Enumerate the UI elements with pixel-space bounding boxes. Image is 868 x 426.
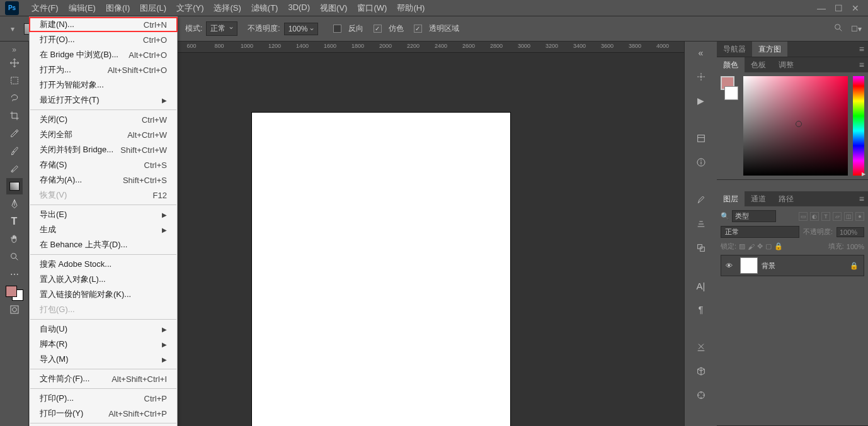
- lasso-tool[interactable]: [6, 90, 23, 106]
- character-icon[interactable]: A|: [694, 278, 709, 293]
- close-button[interactable]: ✕: [852, 3, 859, 13]
- menu-4[interactable]: 文字(Y): [171, 0, 208, 16]
- file-menu-item[interactable]: 新建(N)...Ctrl+N: [30, 17, 177, 32]
- measure-icon[interactable]: [694, 388, 709, 403]
- panel-background-color[interactable]: [724, 86, 738, 100]
- file-menu-item[interactable]: 置入嵌入对象(L)...: [30, 272, 177, 287]
- reverse-checkbox[interactable]: [333, 25, 341, 33]
- file-menu-item[interactable]: 导出(E)▶: [30, 207, 177, 222]
- file-menu-item[interactable]: 导入(M)▶: [30, 352, 177, 367]
- panel-menu-icon[interactable]: ≡: [859, 60, 864, 70]
- fill-value[interactable]: 100%: [847, 243, 864, 250]
- file-menu-item[interactable]: 关闭并转到 Bridge...Shift+Ctrl+W: [30, 142, 177, 157]
- menu-8[interactable]: 视图(V): [315, 0, 352, 16]
- lock-position-icon[interactable]: ✥: [757, 242, 763, 250]
- tab-adjustments[interactable]: 调整: [772, 57, 800, 72]
- tab-paths[interactable]: 路径: [772, 191, 800, 206]
- tab-navigator[interactable]: 导航器: [717, 42, 752, 57]
- layer-thumbnail[interactable]: [740, 257, 758, 274]
- menu-0[interactable]: 文件(F): [26, 0, 64, 16]
- zoom-tool[interactable]: [6, 249, 23, 265]
- file-menu-item[interactable]: 最近打开文件(T)▶: [30, 92, 177, 108]
- file-menu-item[interactable]: 存储为(A)...Shift+Ctrl+S: [30, 172, 177, 188]
- tab-histogram[interactable]: 直方图: [752, 42, 787, 57]
- file-menu-item[interactable]: 关闭(C)Ctrl+W: [30, 112, 177, 127]
- paragraph-icon[interactable]: ¶: [694, 302, 709, 317]
- file-menu-item[interactable]: 打开(O)...Ctrl+O: [30, 32, 177, 47]
- history-icon[interactable]: [694, 69, 709, 84]
- file-menu-item[interactable]: 自动(U)▶: [30, 322, 177, 337]
- marquee-tool[interactable]: [6, 72, 23, 89]
- filter-adjust-icon[interactable]: ◐: [810, 212, 819, 221]
- document-canvas[interactable]: [252, 113, 510, 426]
- lock-all-icon[interactable]: 🔒: [774, 242, 783, 250]
- dither-checkbox[interactable]: ✓: [374, 25, 382, 33]
- healing-brush-tool[interactable]: [6, 160, 23, 177]
- menu-6[interactable]: 滤镜(T): [246, 0, 283, 16]
- tab-swatches[interactable]: 色板: [745, 57, 772, 72]
- type-tool[interactable]: T: [6, 213, 23, 230]
- layer-row[interactable]: 👁 背景 🔒: [721, 255, 864, 276]
- info-icon[interactable]: [694, 155, 709, 170]
- collapse-dock-icon[interactable]: «: [694, 45, 709, 60]
- hand-tool[interactable]: [6, 231, 23, 247]
- clone-source-icon[interactable]: [694, 240, 709, 255]
- mode-select[interactable]: 正常: [206, 21, 237, 36]
- file-menu-item[interactable]: 打开为...Alt+Shift+Ctrl+O: [30, 62, 177, 77]
- menu-5[interactable]: 选择(S): [208, 0, 246, 16]
- crop-tool[interactable]: [6, 108, 23, 124]
- menu-10[interactable]: 帮助(H): [392, 0, 430, 16]
- eyedropper-tool[interactable]: [6, 125, 23, 142]
- 3d-icon[interactable]: [694, 364, 709, 379]
- panel-menu-icon[interactable]: ≡: [859, 44, 864, 54]
- tab-color[interactable]: 颜色: [717, 57, 745, 72]
- file-menu-item[interactable]: 关闭全部Alt+Ctrl+W: [30, 127, 177, 142]
- filter-pixel-icon[interactable]: ▭: [799, 212, 808, 221]
- file-menu-item[interactable]: 存储(S)Ctrl+S: [30, 157, 177, 172]
- workspace-icon[interactable]: ☐▾: [851, 25, 862, 33]
- file-menu-item[interactable]: 搜索 Adobe Stock...: [30, 257, 177, 272]
- color-swatch-pair[interactable]: [721, 76, 738, 176]
- gradient-tool[interactable]: [6, 178, 23, 194]
- layer-name[interactable]: 背景: [762, 261, 850, 271]
- lock-artboard-icon[interactable]: ▢: [765, 242, 772, 250]
- layer-filter-select[interactable]: 类型: [732, 210, 776, 222]
- filter-toggle[interactable]: ●: [855, 212, 864, 221]
- color-field[interactable]: [743, 76, 848, 176]
- file-menu-item[interactable]: 在 Bridge 中浏览(B)...Alt+Ctrl+O: [30, 47, 177, 62]
- properties-icon[interactable]: [694, 131, 709, 146]
- menu-3[interactable]: 图层(L): [135, 0, 171, 16]
- color-swatch[interactable]: [6, 286, 23, 301]
- file-menu-item[interactable]: 置入链接的智能对象(K)...: [30, 287, 177, 302]
- menu-7[interactable]: 3D(D): [283, 0, 315, 16]
- pen-tool[interactable]: [6, 196, 23, 212]
- filter-shape-icon[interactable]: ▱: [833, 212, 842, 221]
- file-menu-item[interactable]: 脚本(R)▶: [30, 337, 177, 352]
- hue-slider[interactable]: [853, 76, 864, 176]
- transparent-checkbox[interactable]: ✓: [414, 25, 422, 33]
- visibility-icon[interactable]: 👁: [721, 262, 736, 269]
- brush-tool[interactable]: [6, 143, 23, 159]
- menu-9[interactable]: 窗口(W): [352, 0, 392, 16]
- edit-toolbar[interactable]: ⋯: [6, 266, 23, 283]
- file-menu-item[interactable]: 打印(P)...Ctrl+P: [30, 391, 177, 406]
- maximize-button[interactable]: ☐: [835, 3, 843, 13]
- opacity-select[interactable]: 100%: [284, 23, 318, 35]
- lock-brush-icon[interactable]: 🖌: [748, 243, 755, 250]
- layer-opacity-value[interactable]: 100%: [837, 227, 864, 237]
- minimize-button[interactable]: —: [817, 3, 826, 13]
- panel-menu-icon[interactable]: ≡: [859, 194, 864, 204]
- move-tool[interactable]: [6, 55, 23, 71]
- play-icon[interactable]: ▶: [694, 93, 709, 108]
- file-menu-item[interactable]: 打印一份(Y)Alt+Shift+Ctrl+P: [30, 406, 177, 421]
- brush-settings-icon[interactable]: [694, 216, 709, 232]
- tool-presets-icon[interactable]: [694, 340, 709, 355]
- menu-2[interactable]: 图像(I): [101, 0, 135, 16]
- toolbox-collapse[interactable]: »: [12, 45, 16, 54]
- foreground-color-swatch[interactable]: [6, 286, 17, 297]
- file-menu-item[interactable]: 文件简介(F)...Alt+Shift+Ctrl+I: [30, 371, 177, 386]
- brushes-icon[interactable]: [694, 193, 709, 208]
- file-menu-item[interactable]: 在 Behance 上共享(D)...: [30, 237, 177, 252]
- menu-1[interactable]: 编辑(E): [64, 0, 101, 16]
- filter-smart-icon[interactable]: ◫: [844, 212, 853, 221]
